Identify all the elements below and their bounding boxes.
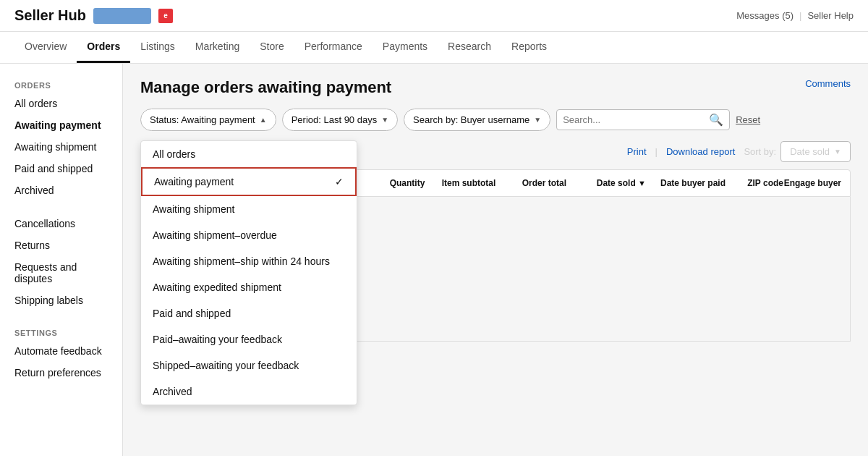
searchby-filter-button[interactable]: Search by: Buyer username ▼ — [404, 109, 550, 131]
dropdown-item-paid-awaiting-feedback[interactable]: Paid–awaiting your feedback — [141, 326, 357, 352]
ebay-icon: e — [158, 9, 173, 23]
col-datepaid-header: Date buyer paid — [646, 178, 726, 188]
col-datesold-header[interactable]: Date sold ▼ — [566, 178, 646, 188]
nav-orders[interactable]: Orders — [77, 32, 130, 63]
searchby-chevron-icon: ▼ — [534, 116, 541, 124]
sidebar-divider-2 — [0, 311, 122, 323]
seller-hub-title: Seller Hub — [14, 7, 86, 24]
dropdown-item-awaiting-expedited[interactable]: Awaiting expedited shipment — [141, 274, 357, 300]
nav-research[interactable]: Research — [438, 32, 501, 63]
main-content: Manage orders awaiting payment Comments … — [123, 64, 868, 456]
sidebar: ORDERS All orders Awaiting payment Await… — [0, 64, 123, 456]
messages-link[interactable]: Messages (5) — [736, 10, 793, 21]
sidebar-item-return-preferences[interactable]: Return preferences — [0, 362, 122, 384]
divider: | — [799, 10, 801, 21]
print-link[interactable]: Print — [627, 146, 647, 157]
status-filter-wrapper: Status: Awaiting payment ▲ All orders Aw… — [140, 109, 276, 131]
nav-reports[interactable]: Reports — [501, 32, 557, 63]
nav-payments[interactable]: Payments — [373, 32, 438, 63]
sort-button[interactable]: Date sold ▼ — [780, 141, 851, 162]
dropdown-item-paid-shipped[interactable]: Paid and shipped — [141, 300, 357, 326]
download-report-link[interactable]: Download report — [666, 146, 735, 157]
orders-section-label: ORDERS — [0, 75, 122, 93]
sort-label: Sort by: — [744, 146, 776, 157]
dropdown-item-awaiting-payment[interactable]: Awaiting payment ✓ — [141, 167, 357, 196]
col-subtotal-header: Item subtotal — [436, 178, 501, 188]
status-dropdown: All orders Awaiting payment ✓ Awaiting s… — [140, 140, 357, 405]
actions-right: Print | Download report Sort by: Date so… — [627, 141, 851, 162]
nav-overview[interactable]: Overview — [14, 32, 77, 63]
comments-link[interactable]: Comments — [805, 78, 851, 89]
filters-row: Status: Awaiting payment ▲ All orders Aw… — [140, 109, 851, 131]
dropdown-item-awaiting-shipment-overdue[interactable]: Awaiting shipment–overdue — [141, 222, 357, 248]
period-chevron-icon: ▼ — [381, 116, 388, 124]
sidebar-item-shipping-labels[interactable]: Shipping labels — [0, 289, 122, 311]
search-button[interactable]: 🔍 — [709, 113, 723, 127]
sidebar-item-requests-disputes[interactable]: Requests and disputes — [0, 256, 122, 289]
seller-help-link[interactable]: Seller Help — [807, 10, 854, 21]
search-input[interactable] — [563, 114, 709, 125]
sort-chevron-icon: ▼ — [834, 148, 841, 156]
datesold-sort-icon: ▼ — [638, 179, 646, 187]
top-bar-left: Seller Hub e — [14, 7, 173, 24]
sidebar-item-archived[interactable]: Archived — [0, 179, 122, 201]
col-quantity-header: Quantity — [378, 178, 436, 188]
col-engage-header: Engage buyer — [783, 178, 841, 188]
sort-wrapper: Sort by: Date sold ▼ — [744, 141, 851, 162]
nav-listings[interactable]: Listings — [130, 32, 184, 63]
divider-actions: | — [655, 146, 658, 157]
dropdown-item-archived[interactable]: Archived — [141, 378, 357, 405]
dropdown-item-awaiting-shipment[interactable]: Awaiting shipment — [141, 196, 357, 222]
top-bar-right: Messages (5) | Seller Help — [736, 10, 854, 21]
check-icon: ✓ — [335, 176, 344, 187]
col-total-header: Order total — [501, 178, 566, 188]
dropdown-item-shipped-awaiting-feedback[interactable]: Shipped–awaiting your feedback — [141, 352, 357, 378]
sidebar-item-awaiting-shipment[interactable]: Awaiting shipment — [0, 136, 122, 158]
main-nav: Overview Orders Listings Marketing Store… — [0, 32, 868, 64]
sidebar-item-returns[interactable]: Returns — [0, 234, 122, 256]
sidebar-item-all-orders[interactable]: All orders — [0, 93, 122, 114]
nav-marketing[interactable]: Marketing — [185, 32, 250, 63]
searchby-filter-label: Search by: Buyer username — [413, 114, 529, 125]
status-filter-label: Status: Awaiting payment — [150, 114, 255, 125]
sidebar-item-cancellations[interactable]: Cancellations — [0, 213, 122, 234]
dropdown-item-all-orders[interactable]: All orders — [141, 141, 357, 167]
content-header: Manage orders awaiting payment Comments — [140, 78, 851, 97]
settings-section-label: SETTINGS — [0, 323, 122, 340]
col-zip-header: ZIP code — [726, 178, 783, 188]
dropdown-item-awaiting-shipment-24hrs[interactable]: Awaiting shipment–ship within 24 hours — [141, 248, 357, 274]
nav-performance[interactable]: Performance — [294, 32, 373, 63]
status-filter-button[interactable]: Status: Awaiting payment ▲ — [140, 109, 276, 131]
nav-store[interactable]: Store — [250, 32, 294, 63]
sidebar-item-automate-feedback[interactable]: Automate feedback — [0, 340, 122, 362]
search-wrapper: 🔍 — [556, 109, 730, 130]
username-badge — [93, 8, 151, 24]
sidebar-item-paid-shipped[interactable]: Paid and shipped — [0, 158, 122, 179]
status-chevron-icon: ▲ — [260, 116, 267, 124]
page-title: Manage orders awaiting payment — [140, 78, 391, 97]
period-filter-label: Period: Last 90 days — [292, 114, 378, 125]
sort-value: Date sold — [790, 146, 830, 157]
reset-link[interactable]: Reset — [736, 114, 760, 125]
period-filter-button[interactable]: Period: Last 90 days ▼ — [282, 109, 398, 131]
layout: ORDERS All orders Awaiting payment Await… — [0, 64, 868, 456]
sidebar-divider-1 — [0, 201, 122, 213]
sidebar-item-awaiting-payment[interactable]: Awaiting payment — [0, 114, 122, 136]
top-bar: Seller Hub e Messages (5) | Seller Help — [0, 0, 868, 32]
